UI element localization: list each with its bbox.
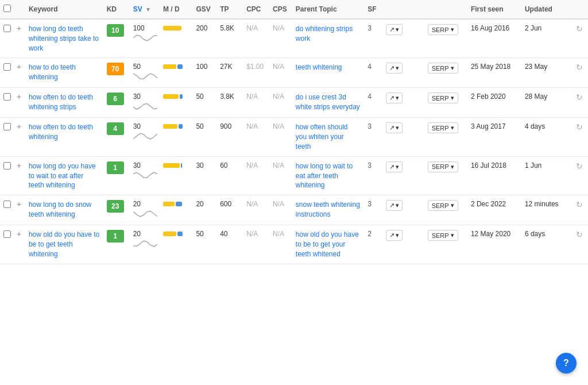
expand-button-0[interactable]: +	[17, 24, 21, 33]
serp-button-0[interactable]: SERP ▾	[428, 24, 458, 35]
refresh-button-6[interactable]: ↻	[576, 230, 583, 239]
keyword-link-3[interactable]: how often to do teeth whitening	[29, 122, 100, 142]
md-cell-0	[160, 19, 192, 58]
serp-dropdown-icon-0: ▾	[451, 26, 454, 33]
refresh-button-0[interactable]: ↻	[576, 24, 583, 33]
cps-value-6: N/A	[273, 230, 284, 238]
sf-value-3: 3	[368, 122, 372, 130]
sv-cell-1: 50	[130, 58, 160, 88]
expand-button-5[interactable]: +	[17, 199, 21, 209]
trend-button-3[interactable]: ↗ ▾	[386, 122, 403, 133]
row-checkbox-0[interactable]	[3, 25, 11, 32]
header-first-seen: First seen	[467, 0, 521, 19]
refresh-cell-2: ↻	[572, 88, 588, 118]
parent-link-6[interactable]: how old do you have to be to get your te…	[296, 230, 359, 258]
cpc-cell-4: N/A	[243, 156, 269, 195]
trend-dropdown-icon-2: ▾	[396, 94, 399, 102]
header-cps: CPS	[269, 0, 292, 19]
serp-button-1[interactable]: SERP ▾	[428, 63, 458, 74]
gsv-cell-1: 100	[192, 58, 216, 88]
refresh-button-4[interactable]: ↻	[576, 161, 583, 171]
serp-button-6[interactable]: SERP ▾	[428, 230, 458, 241]
expand-button-6[interactable]: +	[17, 229, 21, 238]
row-checkbox-5[interactable]	[3, 201, 11, 208]
trend-button-2[interactable]: ↗ ▾	[386, 93, 403, 103]
kd-badge-1: 70	[107, 63, 124, 75]
kd-badge-2: 6	[107, 93, 124, 105]
keyword-link-5[interactable]: how long to do snow teeth whitening	[29, 200, 100, 220]
updated-cell-3: 4 days	[521, 118, 572, 156]
refresh-button-1[interactable]: ↻	[576, 63, 583, 72]
cps-cell-2: N/A	[269, 88, 292, 118]
row-plus-cell-4: +	[13, 156, 25, 195]
kd-cell-5: 23	[103, 195, 130, 225]
serp-cell-2: SERP ▾	[424, 88, 467, 118]
refresh-button-3[interactable]: ↻	[576, 122, 583, 132]
cpc-cell-6: N/A	[243, 225, 269, 264]
header-sv[interactable]: SV ▼	[130, 0, 160, 19]
serp-button-2[interactable]: SERP ▾	[428, 93, 458, 103]
trend-button-6[interactable]: ↗ ▾	[386, 230, 403, 241]
row-checkbox-2[interactable]	[3, 93, 11, 101]
row-checkbox-6[interactable]	[3, 230, 11, 238]
table-body: + how long do teeth whitening strips tak…	[0, 19, 588, 264]
refresh-button-2[interactable]: ↻	[576, 93, 583, 102]
parent-link-0[interactable]: do whitening strips work	[296, 25, 353, 43]
kd-cell-6: 1	[103, 225, 130, 264]
trend-dropdown-icon-6: ▾	[396, 232, 399, 239]
refresh-cell-1: ↻	[572, 58, 588, 88]
row-checkbox-1[interactable]	[3, 63, 11, 71]
sort-arrow-icon: ▼	[145, 6, 151, 13]
refresh-cell-6: ↻	[572, 225, 588, 264]
trend-dropdown-icon-1: ▾	[396, 64, 399, 72]
keyword-cell-5: how long to do snow teeth whitening	[25, 195, 103, 225]
parent-link-3[interactable]: how often should you whiten your teeth	[296, 123, 348, 151]
keyword-link-4[interactable]: how long do you have to wait to eat afte…	[29, 161, 100, 190]
row-checkbox-3[interactable]	[3, 123, 11, 130]
serp-button-5[interactable]: SERP ▾	[428, 200, 458, 211]
first-seen-cell-2: 2 Feb 2020	[467, 88, 521, 118]
table-row: + how long do teeth whitening strips tak…	[0, 19, 588, 58]
trend-arrow-icon-6: ↗	[389, 232, 394, 239]
refresh-button-5[interactable]: ↻	[576, 200, 583, 209]
sf-value-1: 4	[368, 63, 372, 71]
parent-link-1[interactable]: teeth whitening	[296, 63, 342, 71]
updated-value-5: 12 minutes	[525, 200, 559, 208]
row-checkbox-cell-5	[0, 195, 13, 225]
keyword-link-6[interactable]: how old do you have to be to get teeth w…	[29, 230, 100, 259]
gsv-value-2: 50	[196, 93, 203, 101]
serp-label-3: SERP	[432, 125, 449, 132]
trend-button-1[interactable]: ↗ ▾	[386, 63, 403, 74]
trend-button-0[interactable]: ↗ ▾	[386, 24, 403, 35]
kd-cell-0: 10	[103, 19, 130, 58]
expand-button-2[interactable]: +	[17, 92, 21, 101]
keyword-link-0[interactable]: how long do teeth whitening strips take …	[29, 24, 100, 53]
keyword-cell-0: how long do teeth whitening strips take …	[25, 19, 103, 58]
serp-dropdown-icon-6: ▾	[451, 232, 454, 239]
select-all-checkbox[interactable]	[3, 5, 11, 12]
keyword-link-2[interactable]: how often to do teeth whitening strips	[29, 93, 100, 112]
parent-link-2[interactable]: do i use crest 3d white strips everyday	[296, 93, 360, 111]
sv-value-6: 20	[133, 230, 141, 238]
tp-cell-4: 60	[216, 156, 243, 195]
gsv-cell-4: 30	[192, 156, 216, 195]
refresh-cell-0: ↻	[572, 19, 588, 58]
serp-button-3[interactable]: SERP ▾	[428, 122, 458, 133]
serp-button-4[interactable]: SERP ▾	[428, 161, 458, 172]
row-checkbox-4[interactable]	[3, 162, 11, 170]
parent-link-4[interactable]: how long to wait to eat after teeth whit…	[296, 162, 353, 190]
updated-value-0: 2 Jun	[525, 24, 541, 32]
trend-button-4[interactable]: ↗ ▾	[386, 161, 403, 172]
sparkline-6	[133, 238, 157, 248]
expand-button-1[interactable]: +	[17, 62, 21, 71]
parent-cell-3: how often should you whiten your teeth	[292, 118, 364, 156]
parent-link-5[interactable]: snow teeth whitening instructions	[296, 201, 360, 218]
serp-cell-0: SERP ▾	[424, 19, 467, 58]
updated-value-4: 1 Jun	[525, 161, 541, 170]
expand-button-3[interactable]: +	[17, 122, 21, 131]
keyword-link-1[interactable]: how to do teeth whitening	[29, 63, 100, 82]
expand-button-4[interactable]: +	[17, 161, 21, 170]
sf-cell-5: 3	[364, 195, 382, 225]
trend-button-5[interactable]: ↗ ▾	[386, 200, 403, 211]
serp-label-2: SERP	[432, 95, 449, 102]
